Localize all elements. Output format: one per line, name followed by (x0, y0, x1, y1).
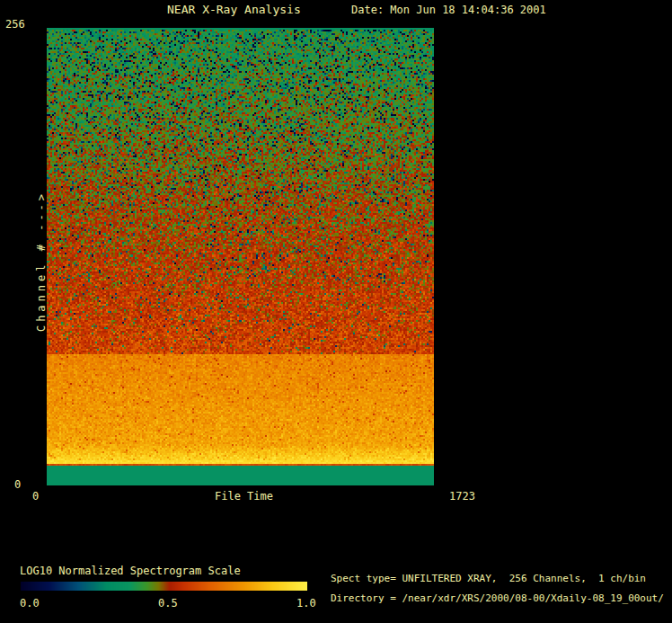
colorbar-tick-max: 1.0 (296, 598, 316, 610)
date-label: Date: Mon Jun 18 14:04:36 2001 (351, 4, 546, 16)
page-title: NEAR X-Ray Analysis (167, 4, 301, 16)
near-xray-analysis-window: NEAR X-Ray Analysis Date: Mon Jun 18 14:… (0, 0, 672, 623)
y-axis-title: Channel # ---> (36, 181, 48, 343)
x-axis-max-label: 1723 (449, 491, 475, 503)
x-axis-title: File Time (215, 491, 273, 503)
colorbar-title: LOG10 Normalized Spectrogram Scale (20, 565, 241, 577)
directory-label: Directory = /near/xdr/XRS/2000/08-00/Xda… (331, 593, 664, 604)
y-axis-min-label: 0 (14, 479, 21, 491)
colorbar-gradient (21, 582, 307, 591)
spect-type-label: Spect type= UNFILTERED XRAY, 256 Channel… (331, 574, 646, 584)
colorbar-tick-min: 0.0 (20, 598, 40, 610)
x-axis-min-label: 0 (32, 491, 39, 503)
colorbar-tick-mid: 0.5 (158, 598, 178, 610)
y-axis-max-label: 256 (5, 19, 25, 31)
spectrogram-canvas (47, 28, 434, 485)
